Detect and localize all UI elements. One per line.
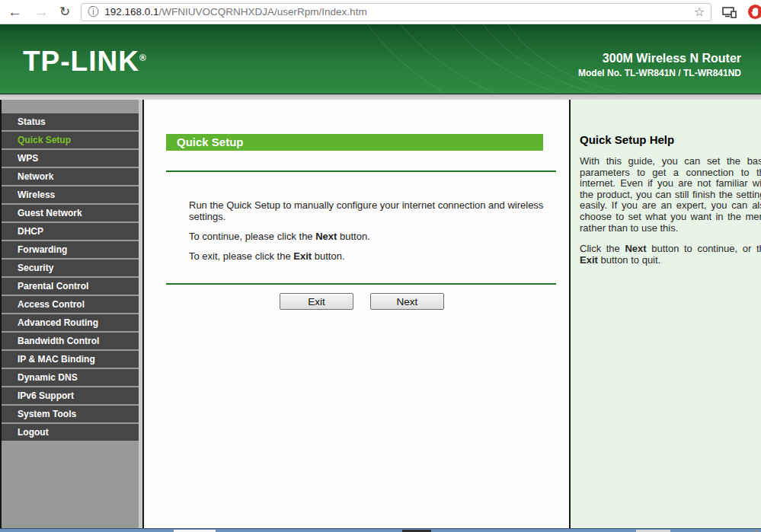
hand-badge	[748, 5, 761, 19]
screen: ← → ↻ ⓘ 192.168.0.1/WFNIUVOCQRNHXDJA/use…	[0, 0, 761, 532]
url-host: 192.168.0.1	[104, 6, 158, 18]
separator-line	[166, 283, 556, 285]
bookmark-star-icon[interactable]: ☆	[694, 5, 705, 19]
sidebar-item-quick-setup[interactable]: Quick Setup	[2, 132, 139, 148]
sidebar-item-parental-control[interactable]: Parental Control	[2, 278, 139, 295]
nav-sidebar: Status Quick Setup WPS Network Wireless …	[2, 100, 142, 528]
sidebar-item-ipv6-support[interactable]: IPv6 Support	[2, 387, 139, 404]
sidebar-item-ip-mac-binding[interactable]: IP & MAC Binding	[2, 351, 139, 368]
header-product-info: 300M Wireless N Router Model No. TL-WR84…	[578, 52, 741, 78]
back-icon[interactable]: ←	[8, 5, 22, 19]
next-button[interactable]: Next	[370, 293, 444, 310]
main-panel: Quick Setup Run the Quick Setup to manua…	[144, 100, 569, 528]
separator-line	[166, 170, 556, 172]
taskbar-edge[interactable]	[0, 528, 761, 532]
sidebar-item-advanced-routing[interactable]: Advanced Routing	[2, 314, 139, 331]
help-paragraph-1: With this guide, you can set the basic p…	[580, 156, 761, 234]
button-row: Exit Next	[280, 293, 569, 310]
sidebar-item-dynamic-dns[interactable]: Dynamic DNS	[2, 369, 139, 386]
sidebar-item-forwarding[interactable]: Forwarding	[2, 241, 139, 258]
url-path: /WFNIUVOCQRNHXDJA/userRpm/Index.htm	[159, 6, 367, 18]
content-row: Status Quick Setup WPS Network Wireless …	[0, 100, 761, 528]
devices-icon[interactable]	[722, 6, 737, 18]
sidebar-item-logout[interactable]: Logout	[2, 424, 139, 441]
browser-toolbar: ← → ↻ ⓘ 192.168.0.1/WFNIUVOCQRNHXDJA/use…	[0, 0, 761, 24]
registered-mark: ®	[139, 53, 147, 63]
help-panel: Quick Setup Help With this guide, you ca…	[571, 100, 761, 528]
sidebar-item-guest-network[interactable]: Guest Network	[2, 205, 139, 221]
sidebar-item-bandwidth-control[interactable]: Bandwidth Control	[2, 333, 139, 349]
instruction-continue: To continue, please click the Next butto…	[189, 231, 569, 242]
header-divider	[0, 94, 761, 100]
instructions: Run the Quick Setup to manually configur…	[189, 199, 569, 262]
product-name: 300M Wireless N Router	[578, 52, 741, 65]
adblock-hand-icon[interactable]	[748, 5, 761, 19]
url-text[interactable]: 192.168.0.1/WFNIUVOCQRNHXDJA/userRpm/Ind…	[104, 6, 688, 18]
sidebar-spacer	[2, 100, 139, 113]
exit-button[interactable]: Exit	[280, 293, 353, 310]
instruction-exit: To exit, please click the Exit button.	[189, 250, 569, 262]
sidebar-item-access-control[interactable]: Access Control	[2, 296, 139, 313]
refresh-icon[interactable]: ↻	[59, 5, 70, 18]
instruction-run: Run the Quick Setup to manually configur…	[189, 199, 569, 222]
tplink-logo: TP-LINK®	[23, 46, 147, 78]
router-header: TP-LINK® 300M Wireless N Router Model No…	[0, 24, 761, 94]
address-bar[interactable]: ⓘ 192.168.0.1/WFNIUVOCQRNHXDJA/userRpm/I…	[81, 3, 711, 21]
page-info-icon[interactable]: ⓘ	[88, 5, 98, 19]
help-paragraph-2: Click the Next button to continue, or th…	[580, 244, 761, 266]
sidebar-item-network[interactable]: Network	[2, 168, 139, 185]
sidebar-item-security[interactable]: Security	[2, 260, 139, 276]
forward-icon[interactable]: →	[34, 5, 49, 19]
page-title: Quick Setup	[166, 134, 543, 151]
sidebar-item-wireless[interactable]: Wireless	[2, 186, 139, 203]
help-title: Quick Setup Help	[580, 133, 761, 146]
sidebar-item-status[interactable]: Status	[2, 113, 139, 130]
sidebar-item-wps[interactable]: WPS	[2, 150, 139, 167]
sidebar-item-dhcp[interactable]: DHCP	[2, 223, 139, 240]
sidebar-item-system-tools[interactable]: System Tools	[2, 406, 139, 422]
model-number: Model No. TL-WR841N / TL-WR841ND	[578, 68, 741, 78]
